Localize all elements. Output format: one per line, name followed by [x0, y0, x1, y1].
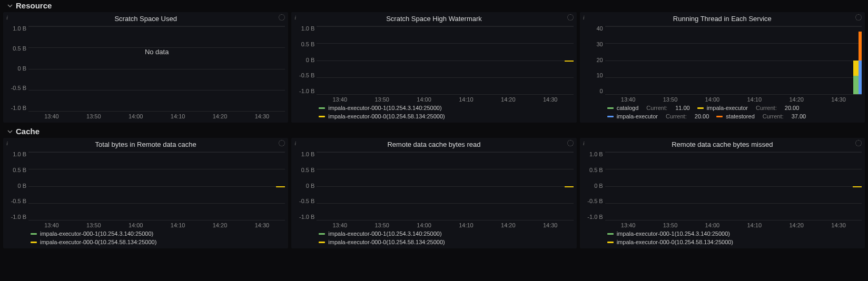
legend-swatch-icon: [716, 116, 723, 117]
legend-swatch-icon: [319, 233, 325, 235]
y-axis: 1.0 B0.5 B0 B-0.5 B-1.0 B: [294, 152, 317, 220]
plot-area[interactable]: No data: [28, 26, 285, 111]
y-axis: 1.0 B0.5 B0 B-0.5 B-1.0 B: [294, 26, 317, 94]
x-axis: 13:4013:5014:0014:1014:2014:30: [583, 94, 862, 103]
legend-item[interactable]: impala-executor-000-1(10.254.3.140:25000…: [319, 105, 441, 111]
legend: impala-executor-000-1(10.254.3.140:25000…: [294, 228, 573, 245]
plot-area[interactable]: [317, 152, 573, 220]
x-axis: 13:4013:5014:0014:1014:2014:30: [294, 94, 573, 103]
legend-item[interactable]: statestored Current: 37.00: [716, 113, 806, 119]
panel-total-bytes-remote-data-cache[interactable]: i Total bytes in Remote data cache 1.0 B…: [3, 138, 288, 248]
legend: impala-executor-000-1(10.254.3.140:25000…: [294, 103, 573, 119]
info-icon[interactable]: i: [6, 140, 8, 146]
loading-icon: [567, 14, 574, 21]
x-axis: 13:4013:5014:0014:1014:2014:30: [583, 220, 862, 228]
legend: catalogd Current: 11.00 impala-executor …: [583, 103, 862, 119]
legend-swatch-icon: [31, 233, 37, 235]
chevron-down-icon: [7, 129, 13, 134]
legend: impala-executor-000-1(10.254.3.140:25000…: [583, 228, 862, 245]
loading-icon: [855, 14, 862, 21]
legend-swatch-icon: [319, 116, 325, 117]
legend-swatch-icon: [607, 233, 614, 235]
legend-item[interactable]: impala-executor Current: 20.00: [607, 113, 709, 119]
info-icon[interactable]: i: [294, 14, 296, 21]
panel-remote-data-cache-bytes-missed[interactable]: i Remote data cache bytes missed 1.0 B0.…: [580, 138, 865, 248]
info-icon[interactable]: i: [294, 140, 296, 146]
panel-remote-data-cache-bytes-read[interactable]: i Remote data cache bytes read 1.0 B0.5 …: [291, 138, 576, 248]
legend-swatch-icon: [31, 242, 37, 243]
legend: impala-executor-000-1(10.254.3.140:25000…: [6, 228, 285, 245]
legend-swatch-icon: [607, 107, 614, 109]
legend-swatch-icon: [697, 107, 704, 109]
x-axis: 13:4013:5014:0014:1014:2014:30: [6, 111, 285, 119]
plot-area[interactable]: [605, 152, 862, 220]
plot-area[interactable]: [317, 26, 573, 94]
y-axis: 1.0 B0.5 B0 B-0.5 B-1.0 B: [6, 152, 28, 220]
panel-scratch-space-used[interactable]: i Scratch Space Used 1.0 B0.5 B0 B-0.5 B…: [3, 12, 288, 123]
y-axis: 1.0 B0.5 B0 B-0.5 B-1.0 B: [583, 152, 605, 220]
legend-item[interactable]: impala-executor Current: 20.00: [697, 105, 800, 111]
x-axis: 13:4013:5014:0014:1014:2014:30: [6, 220, 285, 228]
chevron-down-icon: [7, 3, 13, 8]
info-icon[interactable]: i: [583, 14, 585, 21]
legend-item[interactable]: impala-executor-000-1(10.254.3.140:25000…: [31, 230, 153, 237]
loading-icon: [567, 140, 574, 146]
panel-title: Remote data cache bytes missed: [583, 140, 862, 152]
panel-title: Running Thread in Each Service: [583, 14, 862, 26]
legend-item[interactable]: impala-executor-000-1(10.254.3.140:25000…: [319, 230, 441, 237]
row-header-label: Cache: [16, 127, 40, 136]
info-icon[interactable]: i: [6, 14, 8, 21]
panel-title: Total bytes in Remote data cache: [6, 140, 285, 152]
info-icon[interactable]: i: [583, 140, 585, 146]
legend-item[interactable]: impala-executor-000-0(10.254.58.134:2500…: [319, 113, 445, 119]
nodata-label: No data: [145, 48, 169, 56]
y-axis: 403020100: [583, 26, 605, 94]
panel-title: Scratch Space High Watermark: [294, 14, 573, 26]
panel-running-thread-each-service[interactable]: i Running Thread in Each Service 4030201…: [580, 12, 865, 123]
legend-swatch-icon: [607, 116, 614, 117]
plot-area[interactable]: [605, 26, 862, 94]
row-header-cache[interactable]: Cache: [0, 126, 868, 138]
legend-item[interactable]: impala-executor-000-0(10.254.58.134:2500…: [319, 239, 445, 245]
panel-title: Scratch Space Used: [6, 14, 285, 26]
legend-item[interactable]: catalogd Current: 11.00: [607, 105, 690, 111]
row-header-resource[interactable]: Resource: [0, 0, 868, 12]
legend-item[interactable]: impala-executor-000-0(10.254.58.134:2500…: [607, 239, 733, 245]
legend-swatch-icon: [607, 242, 614, 243]
legend-swatch-icon: [319, 107, 325, 109]
row-header-label: Resource: [16, 1, 52, 10]
x-axis: 13:4013:5014:0014:1014:2014:30: [294, 220, 573, 228]
legend-item[interactable]: impala-executor-000-1(10.254.3.140:25000…: [607, 230, 730, 237]
panel-scratch-space-high-watermark[interactable]: i Scratch Space High Watermark 1.0 B0.5 …: [291, 12, 576, 123]
loading-icon: [855, 140, 862, 146]
legend-item[interactable]: impala-executor-000-0(10.254.58.134:2500…: [31, 239, 156, 245]
panel-title: Remote data cache bytes read: [294, 140, 573, 152]
y-axis: 1.0 B0.5 B0 B-0.5 B-1.0 B: [6, 26, 28, 111]
legend-swatch-icon: [319, 242, 325, 243]
plot-area[interactable]: [28, 152, 285, 220]
